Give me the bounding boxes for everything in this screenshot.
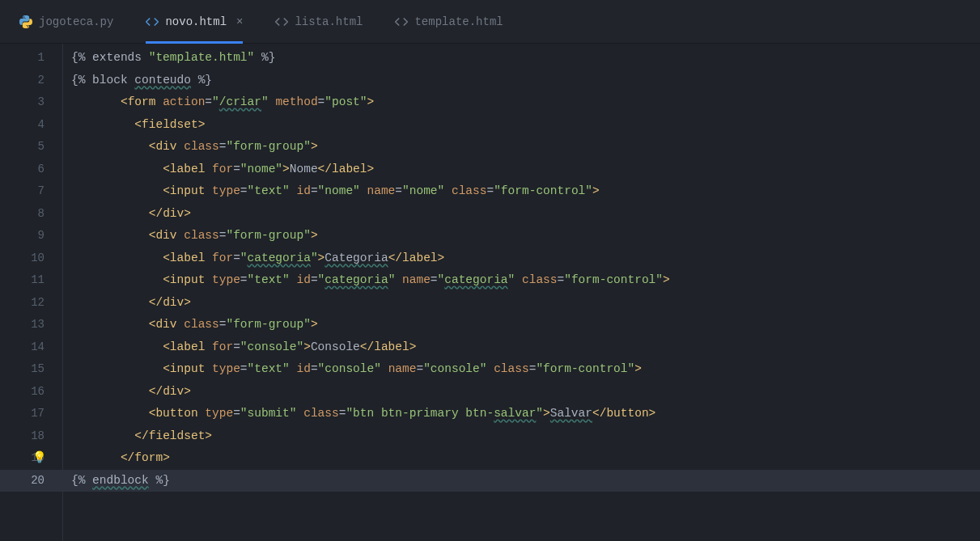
code-line[interactable]: <label for="nome">Nome</label>: [63, 158, 980, 181]
line-number[interactable]: 16: [0, 381, 62, 404]
code-line[interactable]: <label for="console">Console</label>: [63, 336, 980, 359]
line-number[interactable]: 9: [0, 225, 62, 247]
code-line[interactable]: </fieldset>: [63, 425, 980, 448]
code-line[interactable]: <div class="form-group">: [63, 225, 980, 247]
tab-jogoteca[interactable]: jogoteca.py: [11, 0, 121, 44]
line-number[interactable]: 8: [0, 203, 62, 226]
tab-label: novo.html: [165, 15, 227, 28]
code-area[interactable]: {% extends "template.html" %} {% block c…: [63, 44, 980, 541]
code-line[interactable]: </div>: [63, 292, 980, 315]
code-line[interactable]: </div>: [63, 381, 980, 404]
line-number[interactable]: 12: [0, 292, 62, 315]
tab-label: jogoteca.py: [39, 15, 113, 28]
line-number[interactable]: 13: [0, 314, 62, 336]
code-line[interactable]: {% endblock %}: [63, 470, 980, 492]
line-number[interactable]: 11: [0, 269, 62, 292]
code-line[interactable]: <div class="form-group">: [63, 314, 980, 336]
code-line[interactable]: <form action="/criar" method="post">: [63, 91, 980, 114]
lightbulb-icon[interactable]: 💡: [5, 447, 67, 470]
tab-label: template.html: [414, 15, 503, 28]
code-line[interactable]: <label for="categoria">Categoria</label>: [63, 247, 980, 270]
tabs-bar: jogoteca.py novo.html × lista.html templ…: [0, 0, 980, 44]
python-icon: [19, 15, 32, 28]
line-number[interactable]: 14: [0, 336, 62, 359]
line-number[interactable]: 1: [0, 47, 62, 70]
html-icon: [395, 16, 408, 27]
code-line[interactable]: <input type="text" id="categoria" name="…: [63, 269, 980, 292]
code-line[interactable]: <input type="text" id="console" name="co…: [63, 358, 980, 381]
close-icon[interactable]: ×: [236, 15, 243, 28]
code-line[interactable]: <fieldset>: [63, 114, 980, 137]
line-number[interactable]: 17: [0, 403, 62, 425]
html-icon: [275, 16, 288, 27]
code-line[interactable]: </form>: [63, 447, 980, 470]
line-number[interactable]: 6: [0, 158, 62, 181]
line-number[interactable]: 15: [0, 358, 62, 381]
tab-template[interactable]: template.html: [387, 0, 511, 44]
line-number[interactable]: 2: [0, 70, 62, 92]
editor: 1 2 3 4 5 6 7 8 9 10 11 12 13 14 15 16 1…: [0, 44, 980, 541]
line-number[interactable]: 18: [0, 425, 62, 448]
code-line[interactable]: <div class="form-group">: [63, 136, 980, 158]
tab-label: lista.html: [295, 15, 363, 28]
line-number[interactable]: 20: [0, 470, 62, 492]
line-number[interactable]: 💡19: [0, 447, 62, 470]
code-line[interactable]: <input type="text" id="nome" name="nome"…: [63, 180, 980, 203]
tab-novo[interactable]: novo.html ×: [138, 0, 251, 44]
line-number[interactable]: 4: [0, 114, 62, 137]
line-number[interactable]: 10: [0, 247, 62, 270]
code-line[interactable]: <button type="submit" class="btn btn-pri…: [63, 403, 980, 425]
line-number[interactable]: 3: [0, 91, 62, 114]
line-number[interactable]: 5: [0, 136, 62, 158]
tab-lista[interactable]: lista.html: [267, 0, 371, 44]
line-number[interactable]: 7: [0, 180, 62, 203]
gutter: 1 2 3 4 5 6 7 8 9 10 11 12 13 14 15 16 1…: [0, 44, 63, 541]
code-line[interactable]: </div>: [63, 203, 980, 226]
html-icon: [146, 16, 159, 27]
code-line[interactable]: {% block conteudo %}: [63, 70, 980, 92]
code-line[interactable]: {% extends "template.html" %}: [63, 47, 980, 70]
